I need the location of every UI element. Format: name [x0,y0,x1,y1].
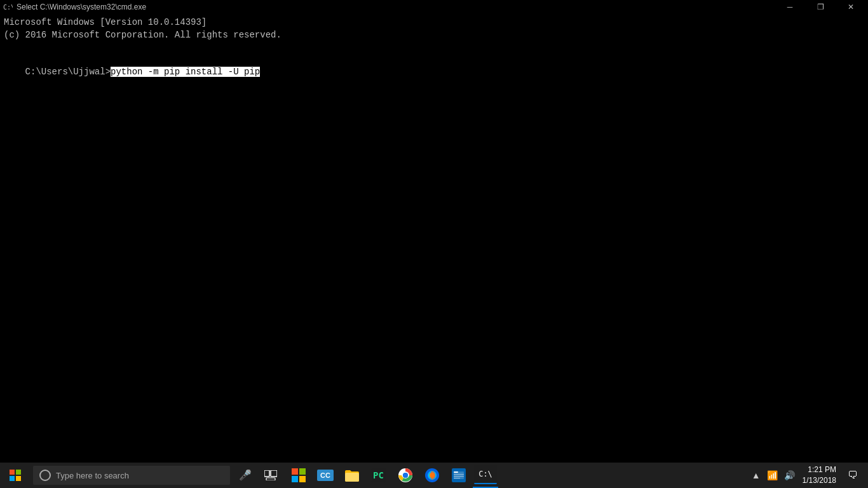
cmd-window[interactable]: Microsoft Windows [Version 10.0.14393] (… [0,14,868,463]
task-view-button[interactable] [258,463,283,488]
terminal-app[interactable]: C:\ [473,463,498,488]
terminal-icon: C:\ [474,465,497,484]
microphone-icon: 🎤 [239,469,252,482]
store-icon [292,468,306,482]
svg-rect-23 [454,478,460,478]
system-tray: ▲ 📶 🔊 [750,470,796,480]
cmd-icon: C:\ [3,2,13,12]
svg-text:PC: PC [373,470,384,480]
search-bar[interactable]: Type here to search [33,466,230,485]
firefox-app[interactable] [419,463,445,488]
fileexplorer-app[interactable] [339,463,365,488]
chrome-icon [398,468,412,482]
titlebar-left: C:\ Select C:\Windows\system32\cmd.exe [3,2,146,12]
files-app[interactable] [446,463,471,488]
close-button[interactable]: ✕ [836,0,865,14]
cmd-output-line2: (c) 2016 Microsoft Corporation. All righ… [4,29,864,42]
pycharm-app[interactable]: PC [366,463,391,488]
svg-rect-6 [264,470,269,477]
minimize-button[interactable]: ─ [775,0,804,14]
pycharm-icon: PC [372,468,386,482]
svg-rect-22 [454,476,464,477]
start-button[interactable] [0,463,31,488]
svg-rect-8 [266,478,275,480]
cmd-output-line3 [4,41,864,54]
mic-button[interactable]: 🎤 [233,463,258,488]
store-app[interactable] [286,463,311,488]
taskbar-apps: CC PC [283,463,750,488]
svg-rect-3 [16,470,21,475]
svg-rect-7 [271,470,277,477]
search-placeholder: Type here to search [56,471,129,480]
firefox-icon [425,468,439,482]
svg-rect-4 [10,476,15,481]
notification-button[interactable]: 🗨 [843,463,863,488]
files-icon [452,468,466,482]
search-icon [39,470,51,481]
cmd-output-line1: Microsoft Windows [Version 10.0.14393] [4,17,864,29]
window-title: Select C:\Windows\system32\cmd.exe [17,3,146,11]
cmd-prompt: C:\Users\Ujjwal> [25,67,111,77]
svg-text:C:\: C:\ [3,4,13,11]
titlebar: C:\ Select C:\Windows\system32\cmd.exe ─… [0,0,868,14]
titlebar-controls: ─ ❐ ✕ [775,0,865,14]
wifi-icon[interactable]: 📶 [766,470,779,480]
tray-expand-icon[interactable]: ▲ [750,470,762,480]
volume-icon[interactable]: 🔊 [783,470,796,480]
svg-rect-2 [10,470,15,475]
svg-point-14 [403,473,408,478]
clock-date: 1/13/2018 [803,475,836,486]
cmd-command: python -m pip install -U pip [111,67,260,77]
folder-icon [345,469,359,482]
svg-rect-5 [16,476,21,481]
svg-rect-20 [454,471,458,473]
clock-time: 1:21 PM [803,464,836,475]
notification-icon: 🗨 [848,470,858,482]
cc-icon: CC [317,470,334,481]
svg-rect-21 [454,474,464,475]
captioncall-app[interactable]: CC [313,463,338,488]
chrome-app[interactable] [393,463,418,488]
restore-button[interactable]: ❐ [806,0,835,14]
svg-rect-9 [345,473,359,482]
taskbar-right: ▲ 📶 🔊 1:21 PM 1/13/2018 🗨 [750,463,868,488]
taskbar: Type here to search 🎤 CC [0,463,868,488]
cmd-input-line[interactable]: C:\Users\Ujjwal>python -m pip install -U… [4,54,864,92]
clock[interactable]: 1:21 PM 1/13/2018 [799,464,840,486]
